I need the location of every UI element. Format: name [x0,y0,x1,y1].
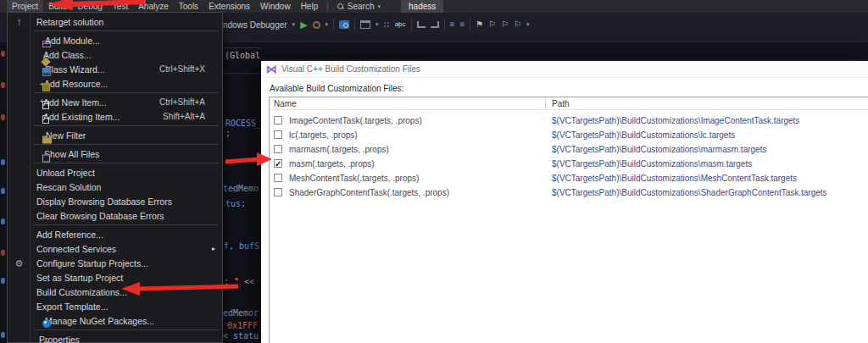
column-divider[interactable] [545,97,546,109]
menubar-item-analyze[interactable]: Analyze [133,0,174,13]
menu-separator [33,30,219,31]
menubar-items: ProjectBuildDebugTestAnalyzeToolsExtensi… [7,0,323,13]
nuget-icon [42,319,51,328]
add-existing-item-icon [42,115,49,124]
decrease-indent-icon[interactable]: ≡ [450,20,455,29]
checkbox-unchecked[interactable] [274,130,282,139]
editor-navbar-line [223,73,261,74]
menubar-item-project[interactable]: Project [7,0,43,13]
editor-margin-mark [1,278,5,284]
menu-item-label: Add Existing Item... [43,112,120,122]
add-new-item-icon [42,101,49,109]
checkbox-unchecked[interactable] [274,188,282,196]
menu-item-configure-startup-projects[interactable]: ⚙Configure Startup Projects... [8,256,222,270]
menu-item-connected-services[interactable]: Connected Services▸ [8,241,222,256]
row-path: $(VCTargetsPath)\BuildCustomizations\Mes… [552,171,797,185]
chevron-down-icon[interactable]: ▾ [292,21,296,28]
dialog-title: Visual C++ Build Customization Files [281,64,420,74]
build-customization-list: Name Path ImageContentTask(.targets, .pr… [269,97,868,343]
class-wizard-icon [42,68,51,76]
menu-item-class-wizard[interactable]: Class Wizard...Ctrl+Shift+X [8,62,222,76]
menu-item-add-existing-item[interactable]: Add Existing Item...Shift+Alt+A [8,109,222,124]
build-customization-row[interactable]: marmasm(.targets, .props)$(VCTargetsPath… [270,142,868,157]
menu-item-label: Export Template... [36,302,108,312]
navigate-back-icon[interactable] [417,21,426,28]
chevron-down-icon[interactable]: ▾ [326,21,329,28]
menu-item-display-browsing-database-errors[interactable]: Display Browsing Database Errors [8,194,222,208]
build-customization-row[interactable]: lc(.targets, .props)$(VCTargetsPath)\Bui… [270,128,868,142]
menu-separator [33,92,219,93]
toolbar-separator [444,19,445,30]
menubar-item-help[interactable]: Help [296,0,324,13]
checkbox-unchecked[interactable] [274,116,282,124]
menu-item-add-resource[interactable]: Add Resource... [8,76,222,91]
menu-item-label: Add New Item... [43,97,107,108]
dialog-titlebar[interactable]: ⋈ Visual C++ Build Customization Files [261,61,868,78]
build-customization-row[interactable]: ImageContentTask(.targets, .props)$(VCTa… [270,113,868,128]
chevron-down-icon: ▾ [378,3,381,10]
clear-bookmarks-icon[interactable]: ⚐ [514,20,521,29]
project-menu: ↑Retarget solutionAdd Module...Add Class… [7,12,223,343]
menu-item-label: Add Resource... [44,79,108,89]
window-layout-icon[interactable] [360,20,370,29]
menubar-item-extensions[interactable]: Extensions [203,0,255,13]
menu-item-label: Clear Browsing Database Errors [36,211,164,221]
row-name: ShaderGraphContentTask(.targets, .props) [289,185,449,200]
menu-item-rescan-solution[interactable]: Rescan Solution [8,180,222,194]
account-button[interactable]: hadess [401,0,443,13]
menubar: ProjectBuildDebugTestAnalyzeToolsExtensi… [0,0,868,13]
toggle-bookmark-icon[interactable]: ⚑ [476,20,483,29]
checkbox-unchecked[interactable] [274,145,282,153]
chevron-down-icon[interactable]: ▾ [376,21,379,28]
menu-item-new-filter[interactable]: New Filter [8,128,222,142]
menu-item-export-template[interactable]: Export Template... [8,299,222,313]
menu-item-show-all-files[interactable]: Show All Files [8,147,222,161]
start-debugging-icon[interactable]: ▶ [300,20,307,30]
menu-item-set-as-startup-project[interactable]: Set as Startup Project [8,270,222,285]
menu-item-add-new-item[interactable]: Add New Item...Ctrl+Shift+A [8,95,222,109]
build-customization-row[interactable]: ShaderGraphContentTask(.targets, .props)… [270,185,868,200]
navigate-forward-icon[interactable] [431,21,439,28]
prev-bookmark-icon[interactable]: ⚐ [488,20,496,29]
menu-item-add-class[interactable]: Add Class... [8,47,222,62]
column-header-name[interactable]: Name [274,99,297,108]
menu-item-label: Configure Startup Projects... [36,258,148,268]
row-path: $(VCTargetsPath)\BuildCustomizations\mas… [552,157,752,171]
menubar-item-window[interactable]: Window [255,0,296,13]
profiler-icon[interactable] [313,21,320,29]
search-button[interactable]: Search ▾ [332,2,386,11]
menubar-item-debug[interactable]: Debug [72,0,107,13]
debug-target-label[interactable]: ndows Debugger [223,20,287,30]
menubar-item-test[interactable]: Test [108,0,133,13]
menubar-item-build[interactable]: Build [43,0,72,13]
row-name: MeshContentTask(.targets, .props) [289,171,419,185]
column-header-path[interactable]: Path [552,99,570,108]
menu-item-label: New Filter [46,130,86,141]
editor-code-fragment: 0x1FFF [227,321,258,330]
menu-item-manage-nuget-packages[interactable]: Manage NuGet Packages... [8,313,222,328]
next-bookmark-icon[interactable]: ⚐ [501,20,509,29]
menu-item-properties[interactable]: Properties [8,332,222,343]
menu-item-unload-project[interactable]: Unload Project [8,165,222,180]
editor-navbar-line [223,47,261,48]
menu-item-build-customizations[interactable]: Build Customizations... [8,285,222,299]
build-customization-row[interactable]: MeshContentTask(.targets, .props)$(VCTar… [270,171,868,185]
menu-item-add-module[interactable]: Add Module... [8,33,222,47]
increase-indent-icon[interactable]: ≡ [459,20,465,29]
menu-item-retarget-solution[interactable]: ↑Retarget solution [8,14,222,29]
checkbox-unchecked[interactable] [274,174,282,182]
build-customization-row[interactable]: masm(.targets, .props)$(VCTargetsPath)\B… [270,157,868,171]
search-label: Search [348,2,375,11]
menu-item-clear-browsing-database-errors[interactable]: Clear Browsing Database Errors [8,208,222,223]
menu-item-add-reference[interactable]: Add Reference... [8,227,222,241]
menubar-item-tools[interactable]: Tools [174,0,203,13]
retarget-arrow-icon: ↑ [14,16,25,27]
menu-item-label: Rescan Solution [36,182,101,192]
menubar-divider: | [323,2,332,11]
add-resource-icon [42,83,50,91]
checkbox-checked[interactable] [274,159,282,168]
chevron-down-icon[interactable]: ▾ [526,21,530,28]
spell-check-icon[interactable]: abc [395,21,406,28]
find-in-files-icon[interactable] [339,20,349,29]
search-icon [337,3,344,10]
